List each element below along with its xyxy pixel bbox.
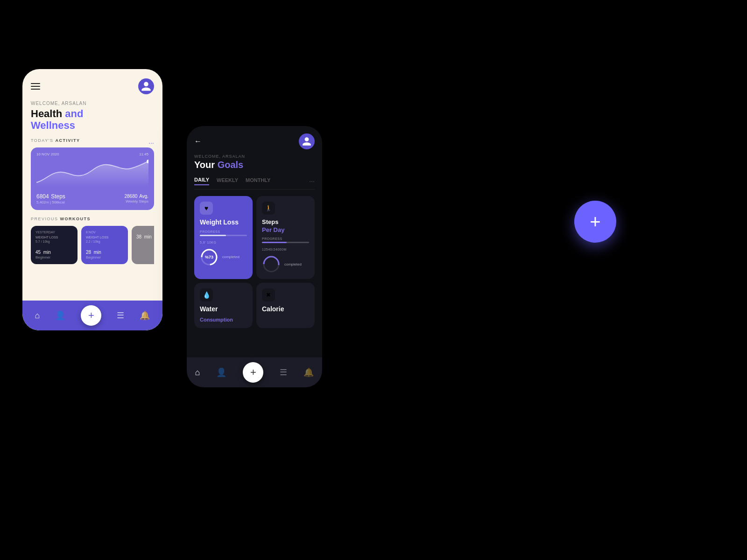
- goal1-circle: %73: [200, 248, 218, 266]
- chart-meta: 10 NOV 2020 11:45: [36, 152, 148, 156]
- goal2-subtitle: Per Day: [262, 226, 309, 233]
- dark-nav-person-icon[interactable]: 👤: [216, 367, 226, 378]
- goal-card-weight-loss[interactable]: ♥ Weight Loss PROGRESS 5,9' 10kg %73 com…: [194, 196, 253, 279]
- activity-header: TODAY'S ACTIVITY ···: [31, 138, 154, 147]
- goal1-progress-bar: [200, 235, 247, 236]
- nav-clipboard-icon[interactable]: ☰: [117, 310, 124, 321]
- heart-icon: ♥: [200, 202, 213, 215]
- phone-light: WELCOME, ARSALAN Health and Wellness TOD…: [22, 69, 162, 330]
- hamburger-menu[interactable]: [31, 83, 40, 90]
- dark-nav-home-icon[interactable]: ⌂: [195, 368, 200, 378]
- goal1-circle-container: %73 completed: [200, 248, 247, 266]
- dark-top-bar: ←: [194, 133, 315, 149]
- water-icon: 💧: [200, 288, 213, 301]
- goal-card-steps[interactable]: 🚶 Steps Per Day PROGRESS 12540/24000m co…: [256, 196, 315, 279]
- walk-icon: 🚶: [262, 202, 275, 215]
- light-top-bar: [31, 78, 154, 94]
- welcome-text: WELCOME, ARSALAN: [31, 101, 154, 106]
- dark-nav-clipboard-icon[interactable]: ☰: [280, 367, 287, 378]
- avg-sub: Weekly Steps: [124, 199, 148, 203]
- activity-dots-menu[interactable]: ···: [148, 139, 154, 147]
- dark-bottom-nav: ⌂ 👤 + ☰ 🔔: [187, 357, 322, 387]
- tab-monthly[interactable]: MONTHLY: [246, 177, 270, 185]
- avg-count: 28680 Avg.: [124, 192, 148, 199]
- workout-card-2[interactable]: 8 NOV WEIGHT LOSS 2.2 / 10kg 28 min Begi…: [81, 226, 128, 264]
- add-button-dark[interactable]: +: [243, 362, 263, 383]
- goal1-title: Weight Loss: [200, 218, 247, 226]
- add-button-light[interactable]: +: [81, 305, 101, 326]
- steps-count: 6804 Steps: [36, 192, 65, 200]
- goal2-progress-bar: [262, 242, 309, 243]
- headline: Health and Wellness: [31, 108, 154, 132]
- tab-weekly[interactable]: WEEKLY: [217, 177, 238, 185]
- bottom-nav-light: ⌂ 👤 + ☰ 🔔: [22, 301, 162, 330]
- dark-avatar[interactable]: [299, 133, 315, 149]
- nav-home-icon[interactable]: ⌂: [35, 311, 40, 321]
- tab-dots-menu[interactable]: ···: [309, 177, 315, 185]
- dark-welcome: WELCOME, ARSALAN: [194, 154, 315, 159]
- activity-chart-card: 10 NOV 2020 11:45 6804 Steps: [31, 147, 154, 210]
- nav-bell-icon[interactable]: 🔔: [140, 310, 150, 321]
- goal1-progress-fill: [200, 235, 226, 236]
- goal-card-calorie[interactable]: ✖ Calorie: [256, 283, 315, 328]
- goal2-title: Steps: [262, 218, 309, 225]
- goal4-title: Calorie: [262, 305, 309, 313]
- goals-grid: ♥ Weight Loss PROGRESS 5,9' 10kg %73 com…: [194, 196, 315, 328]
- calorie-icon: ✖: [262, 288, 275, 301]
- activity-label: TODAY'S ACTIVITY: [31, 138, 80, 143]
- steps-sub: 5,402m | 508kcal: [36, 200, 65, 204]
- workout-cards: YESTERDAY WEIGHT LOSS 5.7 / 10kg 45 min …: [31, 226, 154, 264]
- workout-card-3[interactable]: 38 min: [132, 226, 154, 264]
- tab-daily[interactable]: DAILY: [194, 177, 209, 185]
- dark-headline: Your Goals: [194, 160, 315, 170]
- goal3-title: Water: [200, 305, 247, 313]
- chart-area: [36, 159, 148, 187]
- nav-person-icon[interactable]: 👤: [55, 310, 65, 321]
- avatar[interactable]: [138, 78, 154, 94]
- goal2-circle-container: completed: [262, 255, 309, 273]
- tabs: DAILY WEEKLY MONTHLY ···: [194, 177, 315, 189]
- workout-card-1[interactable]: YESTERDAY WEIGHT LOSS 5.7 / 10kg 45 min …: [31, 226, 78, 264]
- goal-card-water[interactable]: 💧 Water Consumption: [194, 283, 253, 328]
- goal3-subtitle: Consumption: [200, 317, 247, 322]
- goal2-progress-fill: [262, 242, 287, 243]
- chart-stats: 6804 Steps 5,402m | 508kcal 28680 Avg. W…: [36, 192, 148, 204]
- phone-dark: ← WELCOME, ARSALAN Your Goals DAILY WEEK…: [187, 126, 322, 387]
- workouts-label: PREVIOUS WORKOUTS: [31, 217, 154, 221]
- fab-add-button[interactable]: +: [574, 201, 616, 243]
- dark-nav-bell-icon[interactable]: 🔔: [303, 367, 314, 378]
- goal2-circle: [262, 255, 281, 273]
- back-arrow-icon[interactable]: ←: [194, 137, 202, 146]
